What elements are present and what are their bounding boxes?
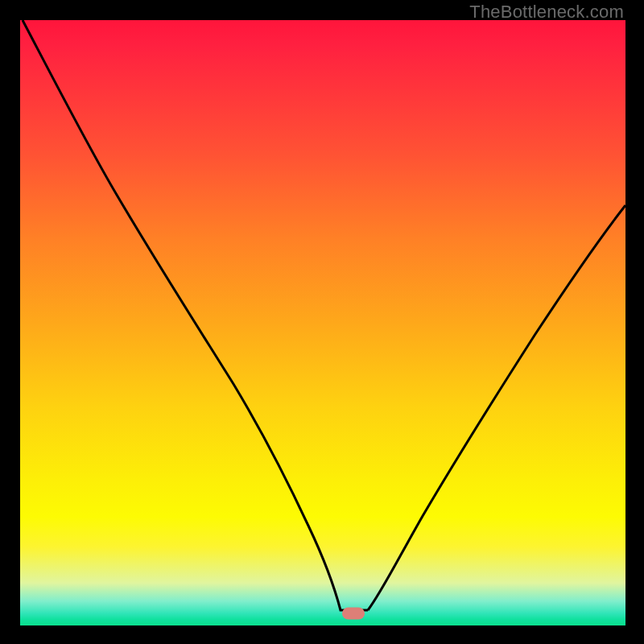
curve-right-branch (368, 205, 625, 610)
optimal-marker (342, 607, 365, 619)
chart-frame: TheBottleneck.com (0, 0, 644, 644)
plot-area (20, 20, 625, 625)
bottleneck-curve (20, 20, 625, 625)
attribution-text: TheBottleneck.com (469, 2, 624, 23)
curve-left-branch (23, 20, 368, 610)
